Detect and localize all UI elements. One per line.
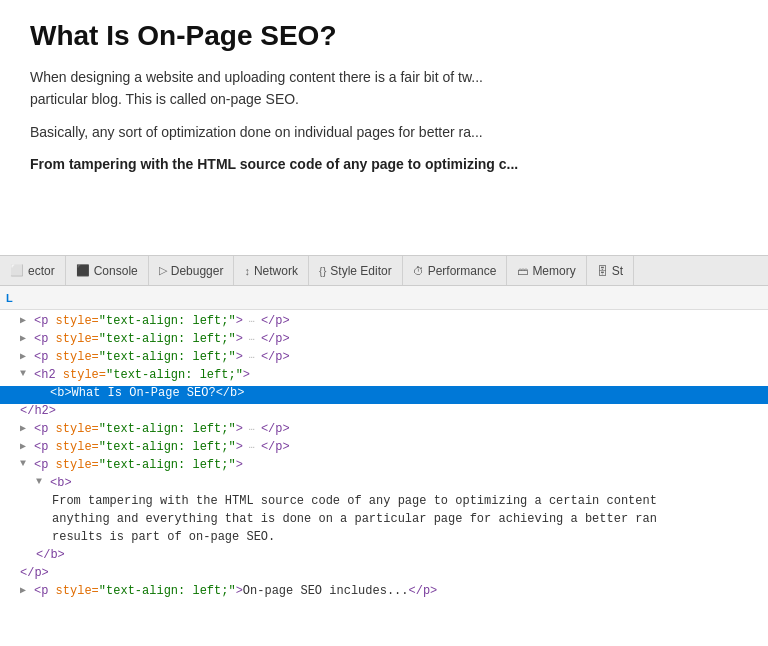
expand-btn[interactable]: ▶ (20, 422, 32, 434)
html-line: ▶ <p style="text-align: left;"> … </p> (0, 332, 768, 350)
html-line: </b> (0, 548, 768, 566)
expand-btn[interactable]: ▼ (20, 368, 32, 379)
page-bold-para: From tampering with the HTML source code… (30, 153, 738, 175)
html-line: ▶ <p style="text-align: left;"> … </p> (0, 422, 768, 440)
tab-memory[interactable]: 🗃 Memory (507, 256, 586, 285)
indicator-label: L (6, 292, 13, 304)
html-line: </p> (0, 566, 768, 584)
expand-btn[interactable]: ▶ (20, 584, 32, 596)
expand-btn[interactable]: ▶ (20, 350, 32, 362)
expand-btn[interactable]: ▶ (20, 440, 32, 452)
devtools-panel: ⬜ ector ⬛ Console ▷ Debugger ↕ Network {… (0, 255, 768, 646)
expand-btn[interactable]: ▶ (20, 314, 32, 326)
html-line: ▼ <h2 style="text-align: left;"> (0, 368, 768, 386)
page-content: What Is On-Page SEO? When designing a we… (0, 0, 768, 255)
memory-icon: 🗃 (517, 265, 528, 277)
page-para-1: When designing a website and uploading c… (30, 66, 738, 111)
html-line: ▶ <p style="text-align: left;"> … </p> (0, 440, 768, 458)
html-line: ▶ <p style="text-align: left;"> … </p> (0, 314, 768, 332)
html-line: ▼ <b> (0, 476, 768, 494)
performance-icon: ⏱ (413, 265, 424, 277)
html-line: ▶ <p style="text-align: left;"> … </p> (0, 350, 768, 368)
tab-performance[interactable]: ⏱ Performance (403, 256, 508, 285)
html-line-selected: <b>What Is On-Page SEO?</b> (0, 386, 768, 404)
devtools-tabs: ⬜ ector ⬛ Console ▷ Debugger ↕ Network {… (0, 256, 768, 286)
storage-icon: 🗄 (597, 265, 608, 277)
expand-btn[interactable]: ▼ (36, 476, 48, 487)
devtools-toolbar: L (0, 286, 768, 310)
html-panel: ▶ <p style="text-align: left;"> … </p> ▶… (0, 310, 768, 646)
tab-style-editor[interactable]: {} Style Editor (309, 256, 403, 285)
html-line: results is part of on-page SEO. (0, 530, 768, 548)
style-editor-icon: {} (319, 265, 326, 277)
debugger-icon: ▷ (159, 264, 167, 277)
html-line: From tampering with the HTML source code… (0, 494, 768, 512)
inspector-icon: ⬜ (10, 264, 24, 277)
tab-debugger[interactable]: ▷ Debugger (149, 256, 235, 285)
tab-storage[interactable]: 🗄 St (587, 256, 634, 285)
network-icon: ↕ (244, 265, 250, 277)
html-line: anything and everything that is done on … (0, 512, 768, 530)
console-icon: ⬛ (76, 264, 90, 277)
tab-inspector[interactable]: ⬜ ector (0, 256, 66, 285)
tab-console[interactable]: ⬛ Console (66, 256, 149, 285)
html-line: ▼ <p style="text-align: left;"> (0, 458, 768, 476)
expand-btn[interactable]: ▶ (20, 332, 32, 344)
expand-btn[interactable]: ▼ (20, 458, 32, 469)
html-line: </h2> (0, 404, 768, 422)
tab-network[interactable]: ↕ Network (234, 256, 309, 285)
page-para-2: Basically, any sort of optimization done… (30, 121, 738, 143)
page-title: What Is On-Page SEO? (30, 20, 738, 52)
html-line: ▶ <p style="text-align: left;"> On-page … (0, 584, 768, 602)
